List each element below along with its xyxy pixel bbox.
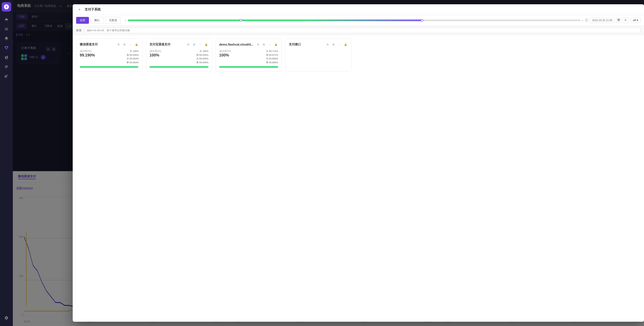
card-icons-demo: ⚙ ⊞ ↑ 🔒	[256, 42, 278, 47]
sidebar-icon-diamond[interactable]	[2, 44, 10, 52]
datetime-display: 2023-10-20 11:50	[590, 18, 615, 23]
card-title-wechat: 微信渠道支付	[80, 43, 98, 47]
sidebar-icon-layers[interactable]	[2, 35, 10, 42]
modal-filter: 标签	[73, 26, 644, 35]
card-icons-wechat: ⚙ ⊞ ↑ 🔒	[116, 42, 139, 47]
modal-overlay[interactable]: × 支付子系统 全部 飘红 无数据 ‹	[13, 0, 644, 326]
interface-lock-icon[interactable]: 🔒	[343, 42, 348, 47]
modal-header: × 支付子系统	[73, 4, 644, 15]
card-header-wechat: 微信渠道支付 ⚙ ⊞ ↑ 🔒	[80, 42, 139, 47]
progress-fill-demo	[219, 66, 278, 68]
card-side-metrics-alipay: 天 100% 周 99.936% 月 99.949% 季 99.949%	[196, 50, 208, 64]
card-header-interface: 支付接口 ⚙ ⊞ ↑ 🔒	[289, 42, 348, 47]
card-icons-interface: ⚙ ⊞ ↑ 🔒	[325, 42, 348, 47]
sidebar	[0, 0, 13, 326]
timeline-area: ‹ › ⓘ	[125, 19, 588, 22]
metric-value-demo: 100%	[219, 53, 231, 58]
sidebar-icon-menu[interactable]	[2, 25, 10, 33]
week-metric-wechat: 周 99.949%	[126, 53, 139, 57]
app-container: 电商系统 灭火图 / 电商系统 ▣ 默认空间 功能 模块* 全部 飘红 无数据 …	[0, 0, 644, 326]
wechat-settings-icon[interactable]: ⚙	[116, 42, 121, 47]
alipay-copy-icon[interactable]: ⊞	[192, 42, 196, 47]
alipay-lock-icon[interactable]: 🔒	[204, 42, 208, 47]
calendar-btn[interactable]: 📅	[616, 18, 621, 23]
sidebar-icon-flame[interactable]	[2, 54, 10, 61]
interface-copy-icon[interactable]: ⊞	[331, 42, 336, 47]
interface-upload-icon[interactable]: ↑	[337, 42, 342, 47]
modal-tab-timeline-row: 全部 飘红 无数据 ‹ › ⓘ 202	[73, 15, 644, 26]
modal-tag-input[interactable]	[84, 28, 640, 33]
month-metric-wechat: 月 99.964%	[126, 57, 139, 61]
wechat-copy-icon[interactable]: ⊞	[122, 42, 127, 47]
modal-content: 微信渠道支付 ⚙ ⊞ ↑ 🔒 成功率(%) 99.190%	[73, 35, 644, 322]
modal: × 支付子系统 全部 飘红 无数据 ‹	[73, 4, 644, 322]
progress-fill-wechat	[80, 66, 138, 68]
timeline-prev-btn[interactable]: ‹	[125, 19, 126, 22]
app-logo[interactable]	[2, 2, 11, 12]
card-main-metric-wechat: 成功率(%) 99.190%	[80, 50, 95, 64]
metric-value-wechat: 99.190%	[80, 53, 95, 58]
card-title-interface: 支付接口	[289, 43, 301, 47]
modal-tab-all[interactable]: 全部	[76, 17, 89, 24]
wechat-lock-icon[interactable]: 🔒	[134, 42, 139, 47]
modal-tab-red[interactable]: 飘红	[91, 17, 104, 24]
modal-off-dropdown[interactable]: off ▾	[630, 18, 640, 23]
modal-title: 支付子系统	[85, 8, 101, 12]
metric-label-wechat: 成功率(%)	[80, 50, 95, 53]
service-card-wechat: 微信渠道支付 ⚙ ⊞ ↑ 🔒 成功率(%) 99.190%	[76, 39, 142, 72]
metric-label-alipay: 成功率(%)	[150, 50, 161, 53]
wechat-upload-icon[interactable]: ↑	[128, 42, 133, 47]
progress-bar-wechat	[80, 66, 139, 68]
modal-tab-nodata[interactable]: 无数据	[105, 17, 121, 24]
service-card-demo: demo.flashcat.cloud/d... ⚙ ⊞ ↑ 🔒 成功率(%)	[216, 39, 282, 72]
service-card-interface: 支付接口 ⚙ ⊞ ↑ 🔒	[285, 39, 352, 72]
alipay-settings-icon[interactable]: ⚙	[186, 42, 190, 47]
demo-settings-icon[interactable]: ⚙	[256, 42, 260, 47]
sidebar-icon-settings[interactable]	[2, 314, 10, 322]
modal-refresh-btn[interactable]: ↻	[623, 17, 629, 23]
card-metrics-demo: 成功率(%) 100% 天 99.714% 周 99.872% 月 99.889…	[219, 50, 278, 64]
card-metrics-alipay: 成功率(%) 100% 天 100% 周 99.936% 月 99.949% 季…	[150, 50, 208, 64]
main-area: 电商系统 灭火图 / 电商系统 ▣ 默认空间 功能 模块* 全部 飘红 无数据 …	[13, 0, 644, 326]
sidebar-icon-list[interactable]	[2, 63, 10, 71]
card-side-metrics-demo: 天 99.714% 周 99.872% 月 99.889% 季 99.889%	[266, 50, 278, 64]
card-header-demo: demo.flashcat.cloud/d... ⚙ ⊞ ↑ 🔒	[219, 42, 278, 47]
card-side-metrics-wechat: 天 100% 周 99.949% 月 99.964% 季 99.964%	[126, 50, 139, 64]
demo-lock-icon[interactable]: 🔒	[274, 42, 278, 47]
quarter-metric-wechat: 季 99.964%	[126, 61, 139, 65]
modal-tag-label: 标签	[76, 29, 82, 32]
service-card-alipay: 支付宝渠道支付 ⚙ ⊞ ↑ 🔒 成功率(%) 100%	[146, 39, 212, 72]
timeline-info-btn[interactable]: ⓘ	[585, 19, 588, 22]
card-header-alipay: 支付宝渠道支付 ⚙ ⊞ ↑ 🔒	[150, 42, 208, 47]
day-metric-wechat: 天 100%	[126, 50, 139, 53]
timeline-handle-right[interactable]	[421, 19, 423, 22]
card-main-metric-alipay: 成功率(%) 100%	[150, 50, 161, 64]
card-title-alipay: 支付宝渠道支付	[150, 43, 170, 47]
metric-value-alipay: 100%	[150, 53, 161, 58]
progress-bar-demo	[219, 66, 278, 68]
sidebar-icon-robot[interactable]	[2, 16, 10, 24]
alipay-upload-icon[interactable]: ↑	[198, 42, 202, 47]
card-metrics-wechat: 成功率(%) 99.190% 天 100% 周 99.949% 月 99.964…	[80, 50, 139, 64]
demo-copy-icon[interactable]: ⊞	[262, 42, 266, 47]
card-main-metric-demo: 成功率(%) 100%	[219, 50, 231, 64]
demo-upload-icon[interactable]: ↑	[268, 42, 272, 47]
timeline-handle-left[interactable]	[240, 19, 242, 22]
progress-fill-alipay	[150, 66, 208, 68]
metric-label-demo: 成功率(%)	[219, 50, 231, 53]
sidebar-icon-users[interactable]	[2, 72, 10, 80]
progress-bar-alipay	[150, 66, 208, 68]
card-icons-alipay: ⚙ ⊞ ↑ 🔒	[186, 42, 208, 47]
timeline-track[interactable]	[128, 20, 581, 21]
card-title-demo: demo.flashcat.cloud/d...	[219, 43, 253, 46]
timeline-next-btn[interactable]: ›	[582, 19, 583, 22]
interface-settings-icon[interactable]: ⚙	[325, 42, 330, 47]
modal-close-button[interactable]: ×	[77, 7, 82, 12]
